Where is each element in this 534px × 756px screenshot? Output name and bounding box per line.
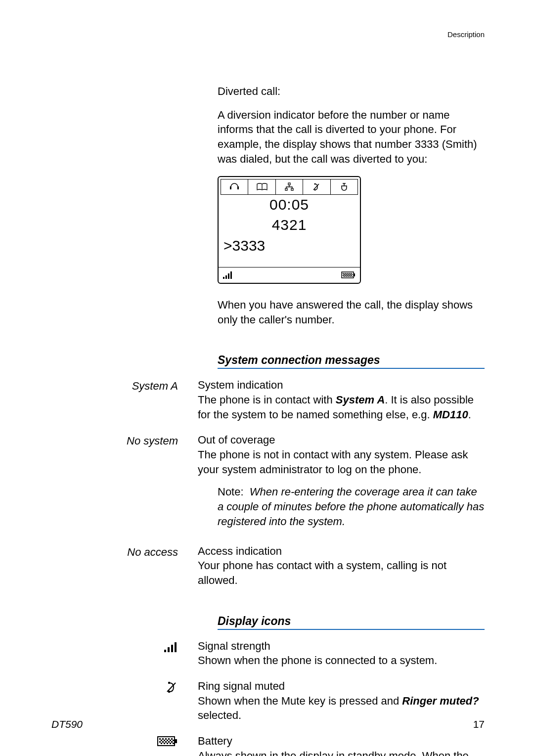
item-body: Always shown in the display in standby m…	[198, 750, 470, 756]
battery-icon	[341, 271, 356, 279]
note-block: Note: When re-entering the coverage area…	[218, 485, 485, 529]
svg-rect-18	[347, 273, 348, 274]
svg-rect-24	[350, 274, 351, 275]
svg-rect-33	[348, 276, 349, 277]
svg-rect-23	[348, 274, 349, 275]
svg-rect-22	[346, 274, 347, 275]
item-title: Out of coverage	[198, 433, 485, 447]
svg-rect-60	[161, 743, 162, 744]
svg-rect-5	[291, 188, 293, 190]
svg-rect-30	[351, 275, 352, 276]
svg-rect-10	[225, 275, 227, 279]
item-title: System indication	[198, 378, 485, 393]
svg-rect-64	[173, 743, 174, 744]
svg-rect-52	[167, 740, 168, 741]
svg-rect-38	[171, 645, 173, 652]
svg-rect-58	[168, 741, 170, 743]
svg-rect-32	[346, 276, 347, 277]
headset-icon	[221, 179, 248, 194]
svg-rect-28	[347, 275, 348, 276]
svg-rect-0	[230, 186, 231, 189]
svg-rect-20	[351, 273, 352, 274]
svg-rect-26	[343, 275, 344, 276]
signal-strength-icon	[163, 641, 178, 653]
svg-rect-16	[343, 273, 344, 274]
svg-rect-17	[345, 273, 346, 274]
charge-icon	[331, 179, 357, 194]
svg-rect-59	[171, 741, 173, 743]
svg-rect-35	[352, 276, 353, 277]
item-body: Shown when the Mute key is pressed and R…	[198, 695, 479, 722]
hierarchy-icon	[276, 179, 303, 194]
svg-rect-31	[344, 276, 345, 277]
left-label: No access	[49, 544, 198, 588]
svg-point-40	[168, 682, 170, 684]
section-heading-display-icons: Display icons	[218, 614, 485, 630]
svg-rect-29	[349, 275, 350, 276]
svg-rect-25	[352, 274, 353, 275]
item-title: Access indication	[198, 544, 485, 559]
list-item: System A System indication The phone is …	[49, 378, 485, 422]
svg-rect-54	[173, 740, 174, 741]
item-body: Shown when the phone is connected to a s…	[198, 654, 437, 667]
phone-display-graphic: 00:05 4321 >3333	[218, 176, 361, 284]
svg-rect-61	[164, 743, 165, 744]
item-title: Signal strength	[198, 639, 485, 654]
svg-rect-12	[230, 271, 232, 279]
item-body: The phone is not in contact with any sys…	[198, 448, 468, 476]
item-body: The phone is in contact with System A. I…	[198, 394, 474, 421]
svg-rect-14	[354, 273, 355, 276]
svg-rect-44	[175, 739, 177, 743]
svg-rect-55	[159, 741, 161, 743]
svg-rect-27	[345, 275, 346, 276]
left-label: System A	[49, 378, 198, 422]
list-item: No access Access indication Your phone h…	[49, 544, 485, 588]
svg-rect-1	[237, 186, 239, 189]
footer-page-number: 17	[473, 717, 485, 731]
svg-line-8	[313, 184, 319, 190]
item-title: Ring signal muted	[198, 679, 485, 694]
item-body: Your phone has contact with a system, ca…	[198, 559, 446, 586]
svg-rect-63	[170, 743, 171, 744]
signal-icon	[222, 270, 233, 279]
svg-rect-46	[162, 738, 164, 740]
list-item: Battery Always shown in the display in s…	[49, 734, 485, 756]
battery-large-icon	[157, 736, 178, 747]
svg-rect-50	[161, 740, 162, 741]
book-icon	[248, 179, 275, 194]
svg-rect-21	[344, 274, 345, 275]
mute-small-icon	[303, 179, 330, 194]
list-item: Ring signal muted Shown when the Mute ke…	[49, 679, 485, 723]
svg-rect-62	[167, 743, 168, 744]
svg-rect-57	[165, 741, 167, 743]
svg-rect-53	[170, 740, 171, 741]
list-item: Signal strength Shown when the phone is …	[49, 639, 485, 668]
svg-rect-37	[168, 647, 170, 652]
footer-model: DT590	[51, 717, 83, 731]
ring-muted-icon	[165, 681, 178, 694]
diverted-call-title: Diverted call:	[218, 84, 485, 99]
item-title: Battery	[198, 734, 485, 749]
left-label: No system	[49, 433, 198, 533]
svg-rect-48	[168, 738, 170, 740]
diverted-call-body: A diversion indicator before the number …	[218, 108, 485, 167]
svg-rect-39	[175, 642, 177, 652]
svg-rect-51	[164, 740, 165, 741]
svg-line-42	[167, 683, 176, 692]
phone-time: 00:05	[221, 195, 358, 215]
header-section-label: Description	[447, 30, 485, 40]
svg-rect-9	[223, 277, 224, 279]
svg-point-6	[314, 183, 316, 185]
svg-rect-11	[228, 273, 229, 279]
svg-rect-3	[288, 183, 290, 185]
svg-rect-36	[164, 650, 166, 652]
svg-rect-49	[171, 738, 173, 740]
svg-rect-56	[162, 741, 164, 743]
svg-rect-19	[349, 273, 350, 274]
phone-dialed-number: 4321	[221, 215, 358, 235]
svg-rect-34	[350, 276, 351, 277]
phone-caller-line: >3333	[221, 235, 358, 265]
after-phone-note: When you have answered the call, the dis…	[218, 298, 485, 327]
list-item: No system Out of coverage The phone is n…	[49, 433, 485, 533]
svg-rect-47	[165, 738, 167, 740]
